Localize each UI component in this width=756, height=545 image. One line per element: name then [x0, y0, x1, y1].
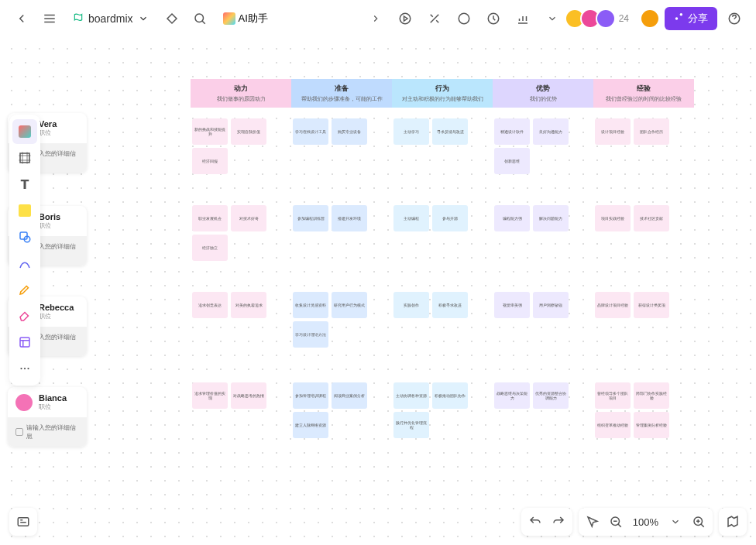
- sticky-note[interactable]: 学习在线设计工具: [293, 118, 328, 145]
- persona-avatar: [15, 394, 33, 411]
- sticky-note[interactable]: 经济回报: [192, 148, 228, 174]
- tool-more[interactable]: [12, 356, 37, 381]
- sticky-note[interactable]: 参与开源: [432, 205, 468, 231]
- sticky-note[interactable]: 视觉审美强: [494, 292, 530, 318]
- tool-line[interactable]: [12, 251, 37, 276]
- sticky-note[interactable]: 建立人脉网络资源: [293, 412, 328, 438]
- more-dropdown[interactable]: [540, 6, 565, 31]
- persona-role: 职位: [39, 312, 74, 320]
- sticky-note[interactable]: 技术社区贡献: [634, 205, 669, 231]
- matrix-cell: 追求管理价值的实现对战略思考的热情: [191, 381, 291, 462]
- sticky-note[interactable]: 对战略思考的热情: [231, 382, 266, 409]
- matrix-cell: 主动协调各种资源积极推动团队协作践行并优化管理流程: [392, 381, 493, 462]
- ai-assistant-button[interactable]: AI助手: [215, 9, 276, 29]
- layers-button[interactable]: [9, 508, 37, 536]
- sticky-note[interactable]: 学习设计理论方法: [293, 321, 328, 348]
- sticky-note[interactable]: 编程能力强: [494, 205, 530, 231]
- sticky-note[interactable]: 解决问题能力: [533, 205, 569, 231]
- tool-shape[interactable]: [12, 225, 37, 249]
- persona-card[interactable]: Bianca 职位 请输入您的详细信息: [8, 387, 87, 447]
- history-button[interactable]: [481, 6, 506, 31]
- sticky-note[interactable]: 寻求反馈与改进: [432, 118, 468, 145]
- minimap-button[interactable]: [722, 511, 744, 533]
- help-button[interactable]: [722, 6, 747, 31]
- user-avatar[interactable]: [640, 9, 660, 29]
- sticky-note[interactable]: 参加管理培训课程: [293, 382, 328, 409]
- sticky-note[interactable]: 参加编程训练营: [293, 205, 328, 231]
- sticky-note[interactable]: 主动协调各种资源: [393, 382, 429, 409]
- expand-button[interactable]: [363, 6, 388, 31]
- sticky-note[interactable]: 战略思维与决策能力: [494, 382, 530, 409]
- sticky-note[interactable]: 项目实战经验: [595, 205, 631, 231]
- collaborator-avatars[interactable]: 24: [569, 9, 629, 29]
- search-button[interactable]: [187, 6, 212, 31]
- sticky-note[interactable]: 购买专业设备: [332, 118, 367, 145]
- play-button[interactable]: [393, 6, 418, 31]
- sticky-note[interactable]: 实践创作: [393, 292, 429, 318]
- sticky-note[interactable]: 对技术好奇: [231, 205, 266, 231]
- sticky-note[interactable]: 团队合作经历: [634, 118, 669, 145]
- tool-eraser[interactable]: [12, 303, 37, 328]
- tool-text[interactable]: [12, 172, 37, 197]
- sticky-note[interactable]: 对美的执着追求: [231, 292, 266, 318]
- sticky-note[interactable]: 追求创意表达: [192, 292, 228, 318]
- tool-template[interactable]: [12, 330, 37, 355]
- cursor-mode[interactable]: [582, 511, 603, 533]
- sticky-note[interactable]: 良好沟通能力: [533, 118, 569, 145]
- zoom-out[interactable]: [605, 511, 627, 533]
- sticky-note[interactable]: 优秀的资源整合协调能力: [533, 382, 569, 409]
- sticky-note[interactable]: 积极推动团队协作: [432, 382, 468, 409]
- board-name-text: boardmix: [88, 12, 133, 25]
- sticky-note[interactable]: 主动编程: [393, 205, 429, 231]
- sticky-note[interactable]: 积极寻求改进: [432, 292, 468, 318]
- sticky-note[interactable]: 新的挑战和技能提升: [192, 118, 228, 145]
- sticky-note[interactable]: 获得设计类奖项: [634, 292, 669, 318]
- matrix-cell: 追求创意表达对美的执着追求: [191, 290, 291, 372]
- tool-pen[interactable]: [12, 277, 37, 302]
- sticky-note[interactable]: 践行并优化管理流程: [393, 412, 429, 438]
- sticky-note[interactable]: 追求管理价值的实现: [192, 382, 228, 409]
- board-name-dropdown[interactable]: boardmix: [65, 9, 156, 28]
- zoom-dropdown[interactable]: [665, 511, 686, 533]
- sticky-note[interactable]: 精通设计软件: [494, 118, 530, 145]
- tool-frame[interactable]: [12, 146, 37, 170]
- effects-button[interactable]: [422, 6, 447, 31]
- matrix-cell: 战略思维与决策能力优秀的资源整合协调能力: [493, 381, 593, 462]
- persona-placeholder[interactable]: 请输入您的详细信息: [8, 417, 87, 447]
- matrix-cell: 项目实战经验技术社区贡献: [593, 204, 694, 281]
- sticky-note[interactable]: 组织变革推动经验: [595, 412, 631, 438]
- redo-button[interactable]: [548, 511, 569, 533]
- menu-button[interactable]: [37, 6, 62, 31]
- tag-button[interactable]: [160, 6, 184, 31]
- comment-button[interactable]: [452, 6, 476, 31]
- zoom-in[interactable]: [688, 511, 710, 533]
- back-button[interactable]: [9, 6, 34, 31]
- tool-select[interactable]: [12, 119, 37, 144]
- chart-button[interactable]: [510, 6, 535, 31]
- matrix-row: 追求管理价值的实现对战略思考的热情参加管理培训课程阅读商业案例分析建立人脉网络资…: [191, 381, 694, 462]
- sticky-note[interactable]: 用户洞察敏锐: [533, 292, 569, 318]
- sticky-note[interactable]: 跨部门协作实践经验: [634, 382, 669, 409]
- sticky-note[interactable]: 职业发展机会: [192, 205, 228, 231]
- sticky-note[interactable]: 经济独立: [192, 235, 228, 261]
- zoom-level[interactable]: 100%: [628, 516, 663, 528]
- canvas[interactable]: Vera 职位 请输入您的详细信息 Boris 职位 请输入您的详细信息 Reb…: [0, 37, 756, 545]
- svg-point-2: [459, 13, 469, 24]
- svg-point-9: [20, 368, 22, 369]
- svg-point-10: [24, 368, 26, 369]
- tool-sticky[interactable]: [12, 198, 37, 223]
- sticky-note[interactable]: 研究用户行为模式: [332, 292, 367, 318]
- sticky-note[interactable]: 搭建开发环境: [332, 205, 367, 231]
- sticky-note[interactable]: 设计项目经验: [595, 118, 631, 145]
- svg-rect-5: [20, 153, 29, 163]
- share-button[interactable]: 分享: [665, 7, 717, 30]
- sticky-note[interactable]: 主动学习: [393, 118, 429, 145]
- sticky-note[interactable]: 品牌设计项目经验: [595, 292, 631, 318]
- sticky-note[interactable]: 收集设计灵感资料: [293, 292, 328, 318]
- sticky-note[interactable]: 曾经领导多个团队项目: [595, 382, 631, 409]
- sticky-note[interactable]: 管理案例分析经验: [634, 412, 669, 438]
- sticky-note[interactable]: 实现自我价值: [231, 118, 266, 145]
- undo-button[interactable]: [524, 511, 546, 533]
- sticky-note[interactable]: 阅读商业案例分析: [332, 382, 367, 409]
- sticky-note[interactable]: 创新思维: [494, 148, 530, 174]
